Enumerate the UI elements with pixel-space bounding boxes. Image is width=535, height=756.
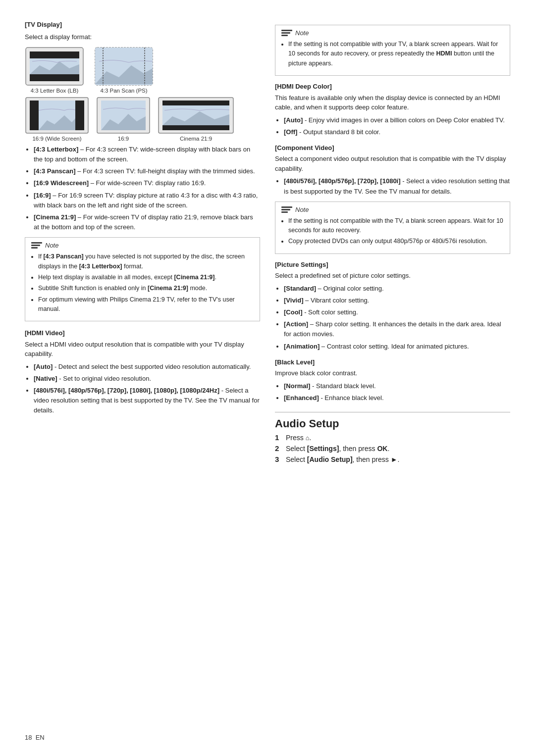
note2-items: If the setting is not compatible with th… [288, 216, 504, 247]
tv-letterbox-wrap: 4:3 Letter Box (LB) [25, 47, 84, 94]
step-3: 3 Select [Audio Setup], then press ►. [275, 455, 510, 463]
bullet-cinema: [Cinema 21:9] – For wide-screen TV of di… [34, 212, 260, 232]
note2-item-1: If the setting is not compatible with th… [288, 216, 504, 236]
tv-panscan-wrap: 4:3 Pan Scan (PS) [94, 47, 154, 94]
tv-cinema-wrap: Cinema 21:9 [158, 97, 234, 142]
note-label-2: Note [295, 29, 309, 37]
black-level-intro: Improve black color contrast. [275, 368, 510, 378]
hdmi-deep-color-bullets: [Auto] - Enjoy vivid images in over a bi… [284, 115, 510, 137]
ps-standard: [Standard] – Original color setting. [284, 284, 510, 294]
svg-rect-21 [162, 125, 229, 130]
note-items: If [4:3 Panscan] you have selected is no… [38, 252, 254, 314]
tv-images-row2: 16:9 (Wide Screen) 16:9 [25, 97, 260, 142]
tv-panscan-label: 4:3 Pan Scan (PS) [100, 88, 147, 94]
audio-setup-title: Audio Setup [275, 417, 510, 430]
tv-display-bullets: [4:3 Letterbox] – For 4:3 screen TV: wid… [34, 145, 260, 232]
note1-items: If the setting is not compatible with yo… [288, 40, 504, 68]
svg-rect-20 [162, 101, 229, 105]
ps-action: [Action] – Sharp color setting. It enhan… [284, 319, 510, 339]
hdmi-bullet-resolutions: [480i/576i], [480p/576p], [720p], [1080i… [34, 386, 260, 415]
tv-cinema-img [158, 97, 234, 134]
picture-settings-bullets: [Standard] – Original color setting. [Vi… [284, 284, 510, 352]
hdmi-dc-auto: [Auto] - Enjoy vivid images in over a bi… [284, 115, 510, 125]
svg-rect-13 [75, 101, 84, 130]
bullet-169: [16:9] – For 16:9 screen TV: display pic… [34, 191, 260, 210]
note-icon [31, 242, 42, 249]
component-video-bullets: [480i/576i], [480p/576p], [720p], [1080i… [284, 176, 510, 196]
black-level-heading: [Black Level] [275, 357, 510, 367]
audio-setup-steps: 1 Press ⌂. 2 Select [Settings], then pre… [275, 433, 510, 463]
cv-bullet-resolutions: [480i/576i], [480p/576p], [720p], [1080i… [284, 176, 510, 196]
note-label: Note [45, 242, 58, 249]
tv-169-label: 16:9 [118, 136, 129, 142]
note-item-4: For optimum viewing with Philips Cinema … [38, 295, 254, 314]
picture-settings-heading: [Picture Settings] [275, 260, 510, 270]
svg-rect-1 [30, 51, 79, 58]
tv-169-img [96, 97, 151, 134]
tv-widescreen-label: 16:9 (Wide Screen) [32, 136, 81, 142]
svg-rect-12 [30, 101, 39, 130]
tv-images-row1: 4:3 Letter Box (LB) [25, 47, 260, 94]
note2-item-2: Copy protected DVDs can only output 480p… [288, 237, 504, 246]
tv-widescreen-wrap: 16:9 (Wide Screen) [25, 97, 89, 142]
svg-rect-2 [30, 74, 79, 81]
bl-normal: [Normal] - Standard black level. [284, 381, 510, 391]
ps-animation: [Animation] – Contrast color setting. Id… [284, 342, 510, 352]
hdmi-video-intro: Select a HDMI video output resolution th… [25, 340, 260, 359]
bullet-letterbox: [4:3 Letterbox] – For 4:3 screen TV: wid… [34, 145, 260, 164]
hdmi-video-bullets: [Auto] - Detect and select the best supp… [34, 362, 260, 416]
tv-display-heading: [TV Display] [25, 20, 260, 30]
hdmi-dc-off: [Off] - Output standard 8 bit color. [284, 127, 510, 137]
hdmi-deep-color-intro: This feature is available only when the … [275, 93, 510, 112]
bullet-widescreen: [16:9 Widescreen] – For wide-screen TV: … [34, 178, 260, 188]
home-icon: ⌂ [306, 434, 310, 442]
tv-letterbox-label: 4:3 Letter Box (LB) [31, 88, 79, 94]
hdmi-video-heading: [HDMI Video] [25, 328, 260, 338]
hdmi-note: Note If the setting is not compatible wi… [275, 25, 510, 76]
audio-setup-section: Audio Setup 1 Press ⌂. 2 Select [Setting… [275, 417, 510, 463]
tv-display-subheading: Select a display format: [25, 32, 260, 42]
tv-display-section: [TV Display] Select a display format: [25, 20, 260, 321]
note-label-3: Note [295, 206, 309, 213]
component-video-intro: Select a component video output resoluti… [275, 154, 510, 173]
tv-cinema-label: Cinema 21:9 [180, 136, 212, 142]
step-1: 1 Press ⌂. [275, 433, 510, 442]
hdmi-bullet-native: [Native] - Set to original video resolut… [34, 374, 260, 384]
page-number: 18 EN [25, 734, 45, 741]
tv-panscan-img [94, 47, 154, 86]
hdmi-video-section: [HDMI Video] Select a HDMI video output … [25, 328, 260, 415]
note-header-2: Note [281, 29, 504, 37]
hdmi-bullet-auto: [Auto] - Detect and select the best supp… [34, 362, 260, 372]
component-video-heading: [Component Video] [275, 143, 510, 153]
tv-169-wrap: 16:9 [96, 97, 151, 142]
note-header-3: Note [281, 206, 504, 213]
component-video-section: [Component Video] Select a component vid… [275, 143, 510, 197]
left-column: [TV Display] Select a display format: [25, 20, 260, 466]
ps-vivid: [Vivid] – Vibrant color setting. [284, 296, 510, 305]
section-divider [275, 412, 510, 412]
note-item-3: Subtitle Shift function is enabled only … [38, 284, 254, 293]
note-header: Note [31, 242, 254, 249]
picture-settings-intro: Select a predefined set of picture color… [275, 271, 510, 281]
black-level-section: [Black Level] Improve black color contra… [275, 357, 510, 403]
bl-enhanced: [Enhanced] - Enhance black level. [284, 393, 510, 403]
ps-cool: [Cool] - Soft color setting. [284, 307, 510, 317]
right-column: Note If the setting is not compatible wi… [275, 20, 510, 466]
tv-letterbox-img [25, 47, 84, 86]
note-icon-2 [281, 30, 292, 36]
note-item-1: If [4:3 Panscan] you have selected is no… [38, 252, 254, 271]
picture-settings-section: [Picture Settings] Select a predefined s… [275, 260, 510, 352]
component-note: Note If the setting is not compatible wi… [275, 202, 510, 254]
tv-widescreen-img [25, 97, 89, 134]
black-level-bullets: [Normal] - Standard black level. [Enhanc… [284, 381, 510, 403]
tv-display-note: Note If [4:3 Panscan] you have selected … [25, 237, 260, 321]
hdmi-deep-color-heading: [HDMI Deep Color] [275, 82, 510, 92]
note-item-2: Help text display is available in all mo… [38, 273, 254, 282]
step-2: 2 Select [Settings], then press OK. [275, 444, 510, 453]
note-icon-3 [281, 206, 292, 213]
note1-item-1: If the setting is not compatible with yo… [288, 40, 504, 68]
hdmi-deep-color-section: [HDMI Deep Color] This feature is availa… [275, 82, 510, 137]
bullet-panscan: [4:3 Panscan] – For 4:3 screen TV: full-… [34, 166, 260, 176]
